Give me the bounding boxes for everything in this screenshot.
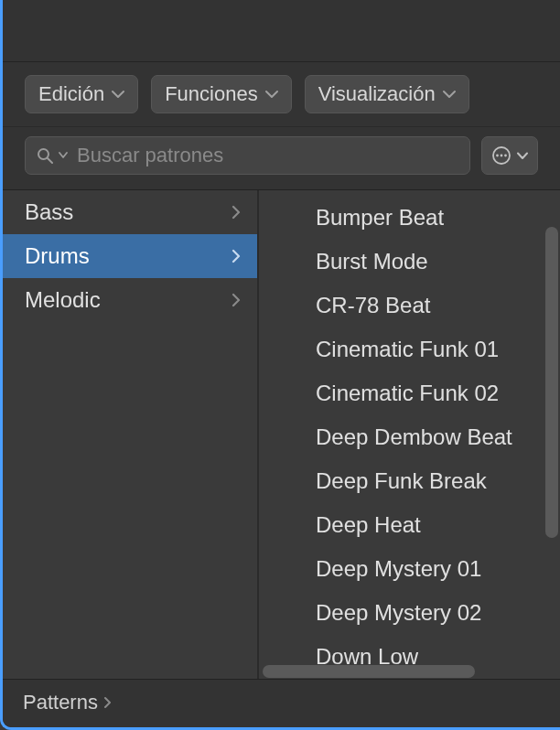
more-options-button[interactable] (481, 136, 538, 175)
category-item-melodic[interactable]: Melodic (3, 278, 257, 322)
chevron-down-icon (112, 90, 124, 99)
pattern-list: Bumper Beat Burst Mode CR-78 Beat Cinema… (259, 190, 560, 679)
chevron-down-icon (517, 152, 528, 160)
category-column: Bass Drums Melodic (3, 190, 259, 679)
functions-menu-label: Funciones (165, 82, 258, 106)
pattern-item[interactable]: Burst Mode (305, 240, 560, 284)
search-box[interactable] (25, 136, 470, 175)
pattern-item[interactable]: Deep Mystery 02 (305, 591, 560, 635)
chevron-right-icon (232, 249, 241, 263)
category-item-bass[interactable]: Bass (3, 190, 257, 234)
category-label: Melodic (25, 287, 101, 313)
pattern-column: Bumper Beat Burst Mode CR-78 Beat Cinema… (259, 190, 560, 679)
pattern-browser-panel: Edición Funciones Visualización (3, 0, 560, 727)
chevron-right-icon (103, 696, 112, 709)
search-row (3, 127, 560, 190)
svg-point-5 (504, 155, 507, 157)
pattern-item[interactable]: Cinematic Funk 01 (305, 327, 560, 371)
search-filter-chevron-icon[interactable] (59, 152, 68, 159)
chevron-down-icon (443, 90, 456, 99)
breadcrumb-root[interactable]: Patterns (23, 691, 98, 714)
pattern-item[interactable]: Deep Heat (305, 503, 560, 547)
pattern-item[interactable]: Bumper Beat (305, 196, 560, 240)
svg-point-3 (496, 155, 499, 157)
pattern-item[interactable]: Deep Dembow Beat (305, 415, 560, 459)
browser-columns: Bass Drums Melodic Bumper Beat (3, 190, 560, 679)
edit-menu[interactable]: Edición (25, 75, 138, 113)
pattern-item[interactable]: Deep Funk Break (305, 459, 560, 503)
pattern-item[interactable]: Cinematic Funk 02 (305, 371, 560, 415)
chevron-down-icon (265, 90, 278, 99)
pattern-item[interactable]: Deep Mystery 01 (305, 547, 560, 591)
view-menu-label: Visualización (318, 82, 436, 106)
more-icon (491, 145, 512, 166)
menu-bar: Edición Funciones Visualización (3, 62, 560, 127)
svg-line-1 (48, 158, 52, 163)
chevron-right-icon (232, 293, 241, 307)
category-label: Bass (25, 199, 73, 225)
horizontal-scrollbar-track[interactable] (261, 664, 544, 679)
vertical-scrollbar[interactable] (545, 227, 558, 538)
pattern-item[interactable]: CR-78 Beat (305, 284, 560, 327)
horizontal-scrollbar-thumb[interactable] (263, 665, 475, 678)
breadcrumb: Patterns (3, 679, 560, 727)
title-bar-spacer (3, 0, 560, 62)
view-menu[interactable]: Visualización (305, 75, 469, 113)
functions-menu[interactable]: Funciones (151, 75, 292, 113)
category-item-drums[interactable]: Drums (3, 234, 257, 278)
svg-point-4 (501, 155, 503, 157)
category-label: Drums (25, 243, 90, 269)
edit-menu-label: Edición (38, 82, 104, 106)
search-input[interactable] (77, 144, 458, 167)
chevron-right-icon (232, 205, 241, 220)
search-icon (37, 147, 53, 164)
